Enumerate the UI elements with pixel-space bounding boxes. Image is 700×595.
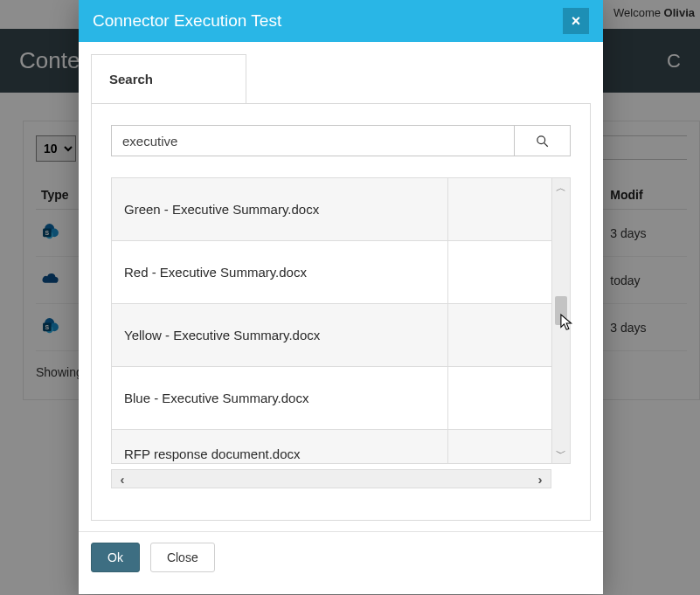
svg-line-11 (544, 142, 547, 146)
close-icon: × (572, 12, 581, 31)
scroll-thumb[interactable] (555, 296, 567, 325)
scroll-down-icon[interactable]: ﹀ (552, 444, 570, 463)
modal-tabs: Search (91, 54, 591, 103)
result-row[interactable]: RFP response document.docx (112, 430, 571, 464)
result-row[interactable]: Green - Executive Summary.docx· ·· ·· ··… (112, 178, 571, 241)
result-title: Red - Executive Summary.docx (124, 265, 307, 280)
result-row[interactable]: Yellow - Executive Summary.docx· ·· ·· ·… (112, 304, 571, 367)
tab-search[interactable]: Search (91, 54, 246, 103)
search-panel: Green - Executive Summary.docx· ·· ·· ··… (91, 103, 591, 521)
modal-close-button[interactable]: × (563, 8, 589, 34)
vertical-scrollbar[interactable]: ︿ ﹀ (551, 177, 571, 464)
ok-button[interactable]: Ok (91, 543, 140, 572)
close-button[interactable]: Close (150, 543, 215, 572)
result-title: RFP response document.docx (124, 446, 301, 461)
result-row[interactable]: Red - Executive Summary.docx· ·· ·· ·· · (112, 241, 571, 304)
modal-title: Connector Execution Test (93, 11, 281, 31)
modal-header: Connector Execution Test × (79, 0, 603, 42)
scroll-up-icon[interactable]: ︿ (552, 178, 570, 197)
result-row[interactable]: Blue - Executive Summary.docx· ·· ·· ·· … (112, 367, 571, 430)
search-input[interactable] (111, 125, 515, 156)
result-title: Blue - Executive Summary.docx (124, 391, 308, 405)
modal-footer: Ok Close (79, 531, 603, 582)
results-list: Green - Executive Summary.docx· ·· ·· ··… (111, 177, 571, 464)
scroll-left-icon[interactable]: ‹ (112, 472, 133, 487)
result-title: Yellow - Executive Summary.docx (124, 328, 320, 342)
result-title: Green - Executive Summary.docx (124, 202, 319, 217)
svg-point-10 (537, 135, 545, 143)
search-icon (536, 135, 549, 148)
horizontal-scrollbar[interactable]: ‹ › (111, 469, 551, 488)
scroll-right-icon[interactable]: › (530, 472, 551, 487)
connector-test-modal: Connector Execution Test × Search Green … (79, 0, 603, 594)
search-button[interactable] (515, 125, 571, 156)
